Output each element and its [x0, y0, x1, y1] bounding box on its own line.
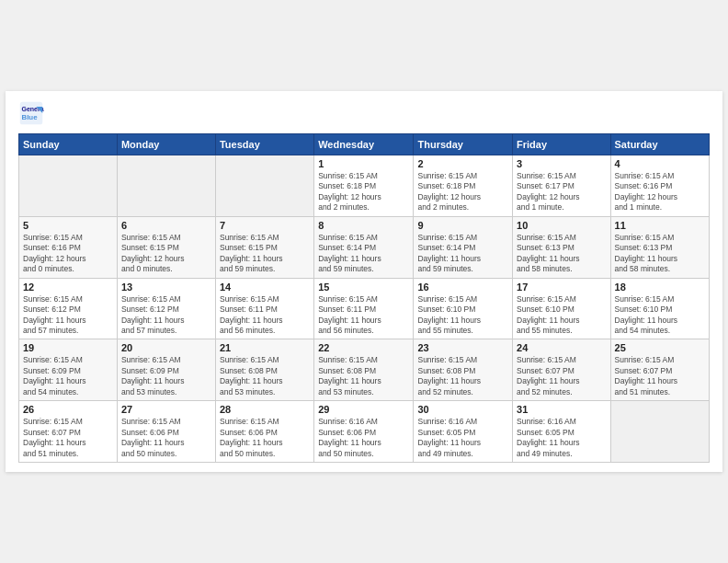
weekday-header-saturday: Saturday — [610, 133, 709, 155]
weekday-header-tuesday: Tuesday — [215, 133, 313, 155]
day-detail: Sunrise: 6:15 AM Sunset: 6:06 PM Dayligh… — [220, 417, 310, 459]
day-detail: Sunrise: 6:15 AM Sunset: 6:16 PM Dayligh… — [615, 171, 705, 213]
weekday-header-wednesday: Wednesday — [314, 133, 414, 155]
weekday-header-row: SundayMondayTuesdayWednesdayThursdayFrid… — [19, 133, 710, 155]
svg-text:Blue: Blue — [22, 113, 39, 121]
day-detail: Sunrise: 6:15 AM Sunset: 6:06 PM Dayligh… — [121, 417, 211, 459]
day-cell-3: 3Sunrise: 6:15 AM Sunset: 6:17 PM Daylig… — [513, 155, 611, 216]
day-detail: Sunrise: 6:15 AM Sunset: 6:14 PM Dayligh… — [417, 233, 508, 275]
empty-cell — [215, 155, 313, 216]
logo: General Blue — [18, 100, 48, 126]
week-row-4: 19Sunrise: 6:15 AM Sunset: 6:09 PM Dayli… — [19, 339, 710, 401]
weekday-header-thursday: Thursday — [414, 133, 513, 155]
day-number: 31 — [517, 404, 607, 415]
day-number: 28 — [220, 404, 310, 415]
day-detail: Sunrise: 6:15 AM Sunset: 6:07 PM Dayligh… — [517, 355, 607, 397]
day-detail: Sunrise: 6:15 AM Sunset: 6:15 PM Dayligh… — [220, 233, 310, 275]
day-cell-10: 10Sunrise: 6:15 AM Sunset: 6:13 PM Dayli… — [513, 216, 611, 278]
day-cell-8: 8Sunrise: 6:15 AM Sunset: 6:14 PM Daylig… — [314, 216, 414, 278]
day-number: 15 — [318, 282, 409, 293]
day-number: 12 — [23, 282, 113, 293]
day-detail: Sunrise: 6:15 AM Sunset: 6:13 PM Dayligh… — [615, 233, 705, 275]
day-cell-24: 24Sunrise: 6:15 AM Sunset: 6:07 PM Dayli… — [513, 339, 611, 401]
day-cell-31: 31Sunrise: 6:16 AM Sunset: 6:05 PM Dayli… — [513, 401, 611, 463]
logo-icon: General Blue — [18, 100, 44, 126]
day-number: 2 — [417, 158, 508, 169]
day-cell-23: 23Sunrise: 6:15 AM Sunset: 6:08 PM Dayli… — [414, 339, 513, 401]
day-cell-13: 13Sunrise: 6:15 AM Sunset: 6:12 PM Dayli… — [117, 278, 215, 339]
empty-cell — [19, 155, 118, 216]
day-detail: Sunrise: 6:15 AM Sunset: 6:12 PM Dayligh… — [121, 294, 211, 337]
day-number: 5 — [23, 220, 113, 231]
calendar-table: SundayMondayTuesdayWednesdayThursdayFrid… — [18, 133, 710, 463]
day-cell-4: 4Sunrise: 6:15 AM Sunset: 6:16 PM Daylig… — [610, 155, 709, 216]
day-cell-21: 21Sunrise: 6:15 AM Sunset: 6:08 PM Dayli… — [215, 339, 313, 401]
day-detail: Sunrise: 6:15 AM Sunset: 6:08 PM Dayligh… — [318, 355, 409, 397]
week-row-1: 1Sunrise: 6:15 AM Sunset: 6:18 PM Daylig… — [19, 155, 710, 216]
day-detail: Sunrise: 6:15 AM Sunset: 6:14 PM Dayligh… — [318, 233, 409, 275]
day-number: 21 — [220, 342, 310, 353]
day-cell-28: 28Sunrise: 6:15 AM Sunset: 6:06 PM Dayli… — [215, 401, 313, 463]
day-detail: Sunrise: 6:15 AM Sunset: 6:16 PM Dayligh… — [23, 233, 113, 275]
day-cell-9: 9Sunrise: 6:15 AM Sunset: 6:14 PM Daylig… — [414, 216, 513, 278]
day-cell-16: 16Sunrise: 6:15 AM Sunset: 6:10 PM Dayli… — [414, 278, 513, 339]
day-detail: Sunrise: 6:15 AM Sunset: 6:12 PM Dayligh… — [23, 294, 113, 337]
day-detail: Sunrise: 6:15 AM Sunset: 6:07 PM Dayligh… — [23, 417, 113, 459]
day-number: 25 — [615, 342, 705, 353]
day-number: 1 — [318, 158, 409, 169]
day-cell-7: 7Sunrise: 6:15 AM Sunset: 6:15 PM Daylig… — [215, 216, 313, 278]
day-cell-2: 2Sunrise: 6:15 AM Sunset: 6:18 PM Daylig… — [414, 155, 513, 216]
day-number: 14 — [220, 282, 310, 293]
day-detail: Sunrise: 6:15 AM Sunset: 6:11 PM Dayligh… — [220, 294, 310, 337]
day-number: 7 — [220, 220, 310, 231]
day-cell-5: 5Sunrise: 6:15 AM Sunset: 6:16 PM Daylig… — [19, 216, 118, 278]
day-detail: Sunrise: 6:16 AM Sunset: 6:05 PM Dayligh… — [517, 417, 607, 459]
day-cell-20: 20Sunrise: 6:15 AM Sunset: 6:09 PM Dayli… — [117, 339, 215, 401]
day-number: 6 — [121, 220, 211, 231]
day-number: 30 — [417, 404, 508, 415]
day-cell-1: 1Sunrise: 6:15 AM Sunset: 6:18 PM Daylig… — [314, 155, 414, 216]
day-number: 19 — [23, 342, 113, 353]
day-number: 18 — [615, 282, 705, 293]
day-detail: Sunrise: 6:15 AM Sunset: 6:13 PM Dayligh… — [517, 233, 607, 275]
day-cell-26: 26Sunrise: 6:15 AM Sunset: 6:07 PM Dayli… — [19, 401, 118, 463]
day-detail: Sunrise: 6:16 AM Sunset: 6:05 PM Dayligh… — [417, 417, 508, 459]
day-number: 10 — [517, 220, 607, 231]
day-cell-19: 19Sunrise: 6:15 AM Sunset: 6:09 PM Dayli… — [19, 339, 118, 401]
day-cell-18: 18Sunrise: 6:15 AM Sunset: 6:10 PM Dayli… — [610, 278, 709, 339]
day-cell-12: 12Sunrise: 6:15 AM Sunset: 6:12 PM Dayli… — [19, 278, 118, 339]
day-cell-29: 29Sunrise: 6:16 AM Sunset: 6:06 PM Dayli… — [314, 401, 414, 463]
day-number: 16 — [417, 282, 508, 293]
day-number: 11 — [615, 220, 705, 231]
day-cell-27: 27Sunrise: 6:15 AM Sunset: 6:06 PM Dayli… — [117, 401, 215, 463]
week-row-3: 12Sunrise: 6:15 AM Sunset: 6:12 PM Dayli… — [19, 278, 710, 339]
day-cell-30: 30Sunrise: 6:16 AM Sunset: 6:05 PM Dayli… — [414, 401, 513, 463]
day-number: 29 — [318, 404, 409, 415]
calendar-container: General Blue SundayMondayTuesdayWednesda… — [6, 91, 722, 472]
empty-cell — [117, 155, 215, 216]
day-number: 27 — [121, 404, 211, 415]
week-row-2: 5Sunrise: 6:15 AM Sunset: 6:16 PM Daylig… — [19, 216, 710, 278]
day-number: 17 — [517, 282, 607, 293]
day-number: 4 — [615, 158, 705, 169]
day-detail: Sunrise: 6:15 AM Sunset: 6:11 PM Dayligh… — [318, 294, 409, 337]
day-detail: Sunrise: 6:15 AM Sunset: 6:18 PM Dayligh… — [318, 171, 409, 213]
day-number: 9 — [417, 220, 508, 231]
day-cell-14: 14Sunrise: 6:15 AM Sunset: 6:11 PM Dayli… — [215, 278, 313, 339]
weekday-header-sunday: Sunday — [19, 133, 118, 155]
day-detail: Sunrise: 6:15 AM Sunset: 6:17 PM Dayligh… — [517, 171, 607, 213]
day-cell-11: 11Sunrise: 6:15 AM Sunset: 6:13 PM Dayli… — [610, 216, 709, 278]
day-detail: Sunrise: 6:16 AM Sunset: 6:06 PM Dayligh… — [318, 417, 409, 459]
day-detail: Sunrise: 6:15 AM Sunset: 6:09 PM Dayligh… — [23, 355, 113, 397]
day-number: 3 — [517, 158, 607, 169]
weekday-header-monday: Monday — [117, 133, 215, 155]
day-number: 8 — [318, 220, 409, 231]
day-cell-25: 25Sunrise: 6:15 AM Sunset: 6:07 PM Dayli… — [610, 339, 709, 401]
day-cell-15: 15Sunrise: 6:15 AM Sunset: 6:11 PM Dayli… — [314, 278, 414, 339]
day-detail: Sunrise: 6:15 AM Sunset: 6:10 PM Dayligh… — [417, 294, 508, 337]
day-detail: Sunrise: 6:15 AM Sunset: 6:07 PM Dayligh… — [615, 355, 705, 397]
week-row-5: 26Sunrise: 6:15 AM Sunset: 6:07 PM Dayli… — [19, 401, 710, 463]
day-detail: Sunrise: 6:15 AM Sunset: 6:10 PM Dayligh… — [517, 294, 607, 337]
day-detail: Sunrise: 6:15 AM Sunset: 6:09 PM Dayligh… — [121, 355, 211, 397]
empty-cell — [610, 401, 709, 463]
